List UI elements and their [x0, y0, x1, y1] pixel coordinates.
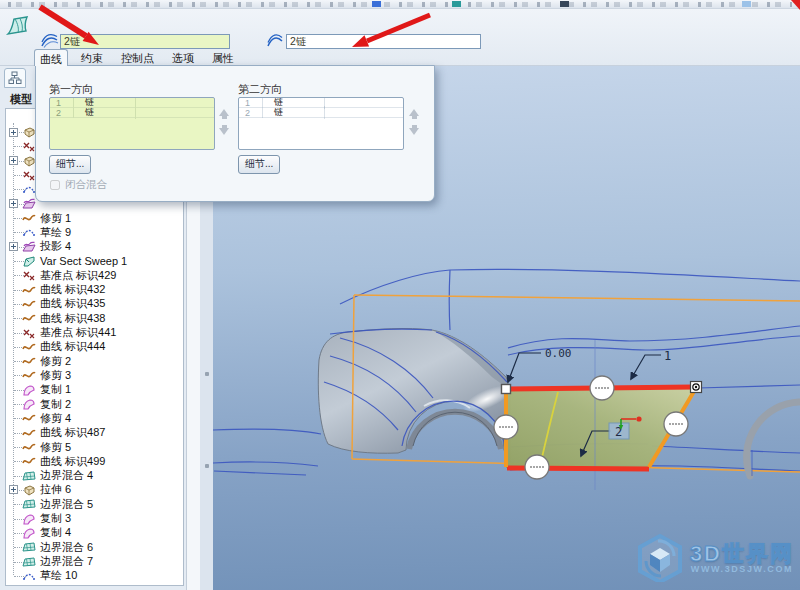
tree-item[interactable]: 曲线 标识499 [8, 454, 183, 468]
tab-curves[interactable]: 曲线 [34, 49, 68, 66]
chain-row[interactable]: 2链 [50, 108, 214, 118]
expand-toggle[interactable] [9, 199, 18, 208]
car-body-surface[interactable] [318, 329, 514, 462]
copy-icon [22, 513, 36, 525]
move-up-button[interactable] [409, 109, 419, 116]
curve-icon [22, 355, 36, 367]
expand-toggle[interactable] [9, 128, 18, 137]
toolbar-icon-fragment[interactable] [560, 1, 569, 7]
top-toolbar-clipped[interactable] [0, 0, 800, 9]
tree-item-label: 基准点 标识441 [40, 325, 116, 340]
tree-item[interactable]: 边界混合 6 [8, 540, 183, 554]
second-direction-details-button[interactable]: 细节... [238, 155, 280, 174]
toolbar-icon-fragment[interactable] [372, 1, 381, 7]
corner-vertex-handle[interactable] [502, 385, 511, 394]
toolbar-icon-fragment[interactable] [742, 1, 751, 7]
tree-item[interactable]: 修剪 2 [8, 354, 183, 368]
tree-item[interactable]: 基准点 标识441 [8, 325, 183, 339]
tree-item[interactable]: 拉伸 6 [8, 483, 183, 497]
tree-item-label: 边界混合 4 [40, 468, 93, 483]
tree-item[interactable]: 修剪 3 [8, 368, 183, 382]
tab-options[interactable]: 选项 [167, 49, 199, 65]
splitter-grip[interactable] [205, 464, 209, 468]
tree-item[interactable]: 边界混合 4 [8, 469, 183, 483]
tree-item[interactable]: 复制 2 [8, 397, 183, 411]
tree-item[interactable]: Var Sect Sweep 1 [8, 254, 183, 268]
first-direction-details-button[interactable]: 细节... [49, 155, 91, 174]
extrude-icon [22, 484, 36, 496]
tree-item-label: 曲线 标识499 [40, 454, 105, 469]
copy-icon [22, 384, 36, 396]
tree-item-label: 修剪 5 [40, 440, 71, 455]
chain-row[interactable]: 2链 [239, 108, 403, 118]
first-direction-chain-list[interactable]: 1链2链 [49, 97, 215, 150]
edge-drag-handle[interactable] [494, 415, 518, 439]
tree-item[interactable]: 曲线 标识487 [8, 426, 183, 440]
curve-icon [22, 369, 36, 381]
tree-item[interactable]: 边界混合 5 [8, 497, 183, 511]
tree-item[interactable]: 曲线 标识435 [8, 297, 183, 311]
tree-item-label: 修剪 2 [40, 354, 71, 369]
second-direction-collector-input[interactable] [286, 34, 481, 49]
tree-item[interactable]: 草绘 9 [8, 225, 183, 239]
expand-toggle[interactable] [9, 485, 18, 494]
tab-constraints[interactable]: 约束 [76, 49, 108, 65]
model-tree-toggle-button[interactable] [4, 68, 26, 88]
splitter-grip[interactable] [205, 372, 209, 376]
tree-structure-icon [8, 71, 22, 85]
move-down-button[interactable] [409, 128, 419, 135]
tree-item[interactable]: 曲线 标识438 [8, 311, 183, 325]
sweep-icon [22, 255, 36, 267]
expand-toggle[interactable] [9, 242, 18, 251]
boundary-blend-icon [22, 498, 36, 510]
datum-point-icon [22, 269, 36, 281]
tree-item[interactable]: 复制 3 [8, 511, 183, 525]
wheel-arch-lip [409, 412, 501, 449]
tree-item-label: 边界混合 5 [40, 497, 93, 512]
second-direction-chain-list[interactable]: 1链2链 [238, 97, 404, 150]
first-direction-collector-input[interactable] [60, 34, 230, 49]
boundary-blend-icon [22, 556, 36, 568]
sketch-icon [22, 183, 36, 195]
tree-item[interactable]: 复制 4 [8, 526, 183, 540]
edge-drag-handle[interactable] [664, 412, 688, 436]
tree-item-label: 曲线 标识444 [40, 339, 105, 354]
expand-toggle[interactable] [9, 156, 18, 165]
tree-item[interactable]: 基准点 标识429 [8, 268, 183, 282]
tree-item-label: 复制 1 [40, 382, 71, 397]
corner-target-handle[interactable] [691, 382, 702, 393]
toolbar-icon-fragment[interactable] [452, 1, 461, 7]
tree-item[interactable]: 曲线 标识432 [8, 282, 183, 296]
first-direction-tag: 1 [664, 349, 671, 363]
curve-icon [22, 341, 36, 353]
closed-blend-checkbox[interactable] [50, 180, 60, 190]
curve-icon [22, 427, 36, 439]
edge-drag-handle[interactable] [590, 376, 614, 400]
curves-tab-panel: 第一方向 1链2链 第二方向 1链2链 细节... 细节... 闭合混合 [35, 65, 435, 202]
tab-control-points[interactable]: 控制点 [116, 49, 159, 65]
tree-item[interactable]: 曲线 标识444 [8, 340, 183, 354]
tree-item[interactable]: 边界混合 7 [8, 554, 183, 568]
tree-item-label: 曲线 标识438 [40, 311, 105, 326]
move-up-button[interactable] [219, 109, 229, 116]
extrude-icon [22, 126, 36, 138]
tree-item-label: 边界混合 6 [40, 540, 93, 555]
tree-item[interactable]: 修剪 4 [8, 411, 183, 425]
first-direction-curves-icon [41, 33, 59, 48]
edge-drag-handle[interactable] [525, 455, 549, 479]
tree-item-label: 拉伸 6 [40, 482, 71, 497]
move-down-button[interactable] [219, 128, 229, 135]
rear-wheel-arch [747, 402, 799, 476]
copy-icon [22, 527, 36, 539]
creo-application-window: 曲线约束控制点选项属性 模型 修剪 1草绘 9投影 4Var Sect Swee… [0, 0, 800, 590]
tree-item[interactable]: 复制 1 [8, 383, 183, 397]
tree-item[interactable]: 草绘 10 [8, 569, 183, 583]
tree-item[interactable]: 投影 4 [8, 240, 183, 254]
tree-item-label: 曲线 标识432 [40, 282, 105, 297]
model-tree-title: 模型 [10, 92, 32, 107]
tree-item[interactable]: 修剪 1 [8, 211, 183, 225]
tab-properties[interactable]: 属性 [207, 49, 239, 65]
tree-item[interactable]: 修剪 5 [8, 440, 183, 454]
tree-item-label: 修剪 3 [40, 368, 71, 383]
curve-icon [22, 298, 36, 310]
